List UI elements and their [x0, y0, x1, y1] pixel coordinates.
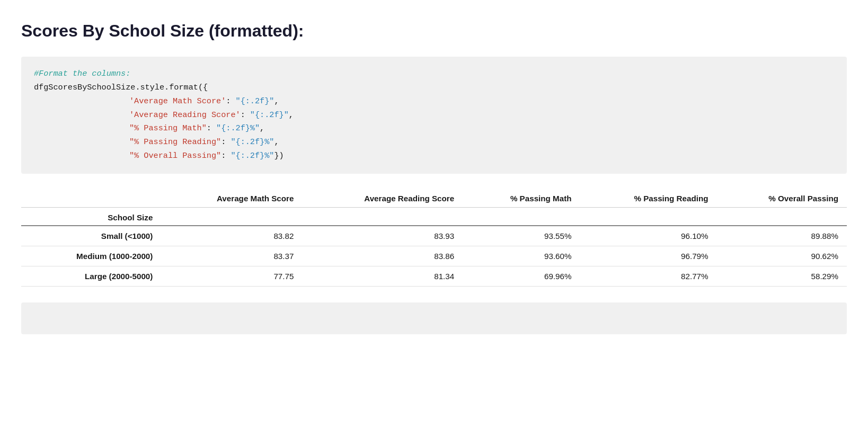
code-block: #Format the columns: dfgScoresBySchoolSi… [21, 57, 847, 174]
row-avg-math: 83.37 [161, 246, 302, 266]
code-line1: dfgScoresBySchoolSize.style.format({ [34, 81, 834, 95]
col-header-avg-math: Average Math Score [161, 190, 302, 208]
data-table: Average Math Score Average Reading Score… [21, 190, 847, 287]
row-pct-reading: 82.77% [580, 266, 717, 286]
row-pct-reading: 96.79% [580, 246, 717, 266]
row-pct-math: 93.55% [463, 226, 580, 246]
code-entry-3: "% Passing Reading": "{:.2f}%", [129, 136, 834, 149]
col-header-empty [21, 190, 161, 208]
row-avg-math: 77.75 [161, 266, 302, 286]
col-header-pct-math: % Passing Math [463, 190, 580, 208]
code-entries: 'Average Math Score': "{:.2f}", 'Average… [34, 95, 834, 163]
row-label: Small (<1000) [21, 226, 161, 246]
table-row: Medium (1000-2000) 83.37 83.86 93.60% 96… [21, 246, 847, 266]
footer-block [21, 302, 847, 334]
table-header-row: Average Math Score Average Reading Score… [21, 190, 847, 208]
code-entry-4: "% Overall Passing": "{:.2f}%"}) [129, 149, 834, 163]
col-header-avg-reading: Average Reading Score [302, 190, 463, 208]
row-label: Medium (1000-2000) [21, 246, 161, 266]
subheader-empty-3 [463, 207, 580, 226]
subheader-empty-1 [161, 207, 302, 226]
code-entry-1: 'Average Reading Score': "{:.2f}", [129, 109, 834, 122]
code-entry-2: "% Passing Math": "{:.2f}%", [129, 122, 834, 136]
subheader-empty-2 [302, 207, 463, 226]
subheader-empty-4 [580, 207, 717, 226]
scores-table: Average Math Score Average Reading Score… [21, 190, 847, 287]
page-title: Scores By School Size (formatted): [21, 21, 847, 41]
code-entry-0: 'Average Math Score': "{:.2f}", [129, 95, 834, 109]
row-avg-math: 83.82 [161, 226, 302, 246]
row-label: Large (2000-5000) [21, 266, 161, 286]
row-pct-overall: 58.29% [717, 266, 847, 286]
row-pct-math: 93.60% [463, 246, 580, 266]
row-pct-overall: 90.62% [717, 246, 847, 266]
row-avg-reading: 83.86 [302, 246, 463, 266]
col-header-pct-reading: % Passing Reading [580, 190, 717, 208]
table-row: Large (2000-5000) 77.75 81.34 69.96% 82.… [21, 266, 847, 286]
row-pct-reading: 96.10% [580, 226, 717, 246]
row-pct-math: 69.96% [463, 266, 580, 286]
row-avg-reading: 83.93 [302, 226, 463, 246]
code-comment: #Format the columns: [34, 67, 834, 81]
col-header-pct-overall: % Overall Passing [717, 190, 847, 208]
row-avg-reading: 81.34 [302, 266, 463, 286]
table-row: Small (<1000) 83.82 83.93 93.55% 96.10% … [21, 226, 847, 246]
row-pct-overall: 89.88% [717, 226, 847, 246]
table-subheader-row: School Size [21, 207, 847, 226]
subheader-label: School Size [21, 207, 161, 226]
subheader-empty-5 [717, 207, 847, 226]
